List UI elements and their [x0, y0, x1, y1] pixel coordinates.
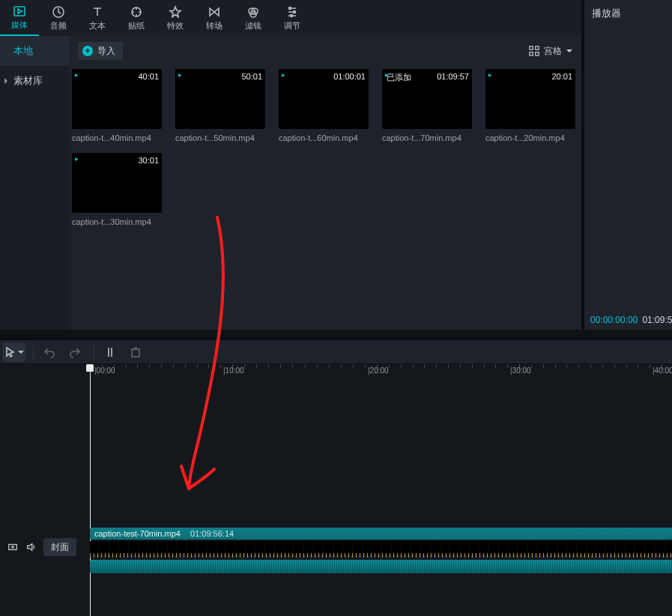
timeline-toolbar	[0, 337, 672, 364]
ruler-minor-tick	[126, 364, 127, 368]
player-total-time: 01:09:56:14	[642, 315, 672, 325]
timeline-ruler[interactable]: |00:00|10:00|20:00|30:00|40:00	[90, 364, 672, 378]
tab-audio[interactable]: 音频	[39, 0, 78, 36]
effect-icon	[169, 5, 182, 19]
tab-label: 媒体	[11, 19, 28, 31]
ruler-minor-tick	[401, 364, 402, 368]
video-clip[interactable]: caption-test-70min.mp4 01:09:56:14	[90, 528, 672, 540]
import-button[interactable]: + 导入	[78, 42, 123, 60]
clip-duration: 20:01	[551, 72, 572, 81]
delete-tool[interactable]	[124, 342, 147, 362]
ruler-minor-tick	[614, 364, 615, 368]
cover-label: 封面	[51, 541, 69, 554]
ruler-minor-tick	[484, 364, 485, 368]
tab-label: 文本	[89, 20, 106, 31]
view-mode-switch[interactable]: 宫格	[529, 45, 572, 58]
ruler-minor-tick	[102, 364, 103, 368]
ruler-minor-tick	[638, 364, 638, 368]
video-frames-ticks	[90, 553, 672, 558]
ruler-minor-tick	[590, 364, 591, 368]
ruler-minor-tick	[436, 364, 437, 368]
clip-thumbnail: ▶已添加01:09:57	[382, 69, 472, 129]
ruler-minor-tick	[292, 364, 293, 368]
clip-type-icon: ▶	[488, 72, 492, 77]
audio-waveform[interactable]	[90, 560, 672, 573]
ruler-minor-tick	[555, 364, 556, 368]
media-clip[interactable]: ▶50:01caption-t...50min.mp4	[175, 69, 265, 142]
clip-thumbnail: ▶30:01	[72, 153, 162, 213]
visibility-icon[interactable]	[7, 542, 18, 552]
tab-media[interactable]: 媒体	[0, 0, 39, 36]
clip-filename: caption-t...60min.mp4	[279, 133, 369, 142]
media-clip[interactable]: ▶已添加01:09:57caption-t...70min.mp4	[382, 69, 472, 142]
ruler-minor-tick	[650, 364, 650, 368]
undo-button[interactable]	[38, 342, 61, 362]
clip-thumbnail: ▶20:01	[485, 69, 575, 129]
mute-icon[interactable]	[25, 542, 36, 552]
tab-transition[interactable]: 转场	[195, 0, 234, 36]
ruler-minor-tick	[341, 364, 342, 368]
cover-button[interactable]: 封面	[43, 538, 76, 556]
import-bar: + 导入 宫格	[69, 36, 581, 66]
import-label: 导入	[97, 45, 115, 58]
tab-filter[interactable]: 滤镜	[234, 0, 273, 36]
side-nav-item[interactable]: 本地	[0, 36, 69, 66]
separator	[33, 345, 34, 359]
tab-label: 音频	[50, 20, 67, 31]
ruler-label: |20:00	[368, 366, 389, 375]
ruler-minor-tick	[280, 364, 281, 368]
ruler-minor-tick	[208, 364, 209, 368]
clip-filename: caption-t...30min.mp4	[72, 217, 162, 226]
timeline[interactable]: |00:00|10:00|20:00|30:00|40:00 caption-t…	[0, 364, 672, 616]
pointer-tool[interactable]	[3, 342, 25, 362]
ruler-minor-tick	[472, 364, 473, 368]
redo-icon	[69, 346, 81, 358]
clip-duration: 50:01	[241, 72, 262, 81]
tab-sticker[interactable]: 贴纸	[117, 0, 156, 36]
clip-filename: caption-t...50min.mp4	[175, 133, 265, 142]
ruler-minor-tick	[185, 364, 186, 368]
ruler-minor-tick	[173, 364, 174, 368]
ruler-minor-tick	[448, 364, 449, 368]
ruler-minor-tick	[460, 364, 461, 368]
timeline-playhead[interactable]	[90, 366, 91, 616]
pointer-icon	[4, 346, 16, 358]
clip-name: caption-test-70min.mp4	[94, 529, 181, 538]
redo-button[interactable]	[64, 342, 86, 362]
media-clip[interactable]: ▶40:01caption-t...40min.mp4	[72, 69, 162, 142]
trash-icon	[130, 346, 142, 358]
tab-effect[interactable]: 特效	[156, 0, 195, 36]
media-clip[interactable]: ▶20:01caption-t...20min.mp4	[485, 69, 575, 142]
tab-text[interactable]: 文本	[78, 0, 117, 36]
svg-rect-14	[132, 349, 139, 357]
media-clip[interactable]: ▶01:00:01caption-t...60min.mp4	[279, 69, 369, 142]
player-current-time: 00:00:00:00	[590, 315, 638, 325]
ruler-minor-tick	[578, 364, 579, 368]
clip-type-icon: ▶	[178, 72, 182, 77]
adjust-icon	[285, 5, 299, 19]
view-mode-label: 宫格	[544, 45, 562, 58]
ruler-minor-tick	[566, 364, 567, 368]
clip-duration: 01:09:57	[437, 72, 469, 81]
media-clip[interactable]: ▶30:01caption-t...30min.mp4	[72, 153, 162, 226]
audio-icon	[52, 5, 65, 19]
svg-rect-11	[536, 46, 539, 49]
ruler-minor-tick	[413, 364, 414, 368]
side-nav-label: 素材库	[13, 75, 43, 86]
clip-duration: 01:09:56:14	[190, 529, 234, 538]
ruler-minor-tick	[161, 364, 162, 368]
clip-filename: caption-t...40min.mp4	[72, 133, 162, 142]
tab-adjust[interactable]: 调节	[273, 0, 312, 36]
svg-rect-10	[530, 46, 533, 49]
ruler-minor-tick	[256, 364, 257, 368]
player-title: 播放器	[584, 0, 672, 27]
top-tab-bar: 媒体音频文本贴纸特效转场滤镜调节	[0, 0, 672, 37]
ruler-minor-tick	[531, 364, 532, 368]
ruler-minor-tick	[602, 364, 603, 368]
ruler-minor-tick	[365, 364, 366, 368]
side-nav-item[interactable]: 素材库	[0, 66, 69, 96]
ruler-minor-tick	[495, 364, 496, 368]
split-tool[interactable]	[99, 342, 121, 362]
chevron-down-icon	[18, 351, 24, 354]
clip-duration: 30:01	[138, 156, 159, 165]
